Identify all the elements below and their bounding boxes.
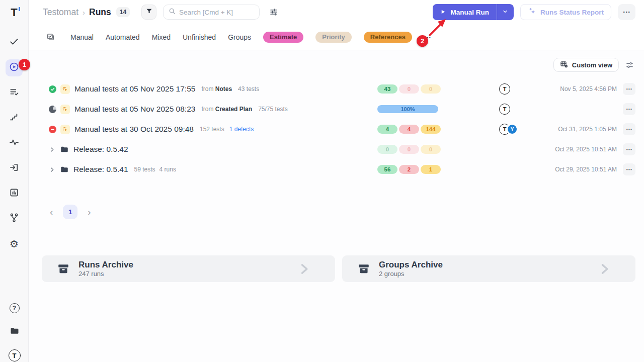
view-settings-icon[interactable] [625, 61, 634, 69]
select-runs-icon[interactable] [46, 33, 55, 41]
row-more-button[interactable]: ⋯ [623, 103, 635, 115]
passed-pill: 56 [377, 165, 397, 174]
run-date: Oct 29, 2025 10:51 AM [555, 166, 617, 173]
archive-text: Groups Archive 2 groups [379, 260, 443, 278]
manual-run-label: Manual Run [450, 9, 489, 16]
page-1-button[interactable]: 1 [63, 205, 77, 219]
status-stopped-icon [49, 126, 56, 133]
next-page-button[interactable]: › [86, 207, 93, 217]
run-title[interactable]: Manual tests at 05 Nov 2025 17:55 [74, 84, 195, 94]
group-row-2[interactable]: Release: 0.5.41 59 tests 4 runs 56 2 1 O… [29, 159, 644, 179]
sparkles-icon [528, 7, 536, 17]
tab-groups[interactable]: Groups [228, 33, 251, 41]
page-more-button[interactable]: ⋯ [618, 4, 635, 20]
archive-subtitle: 247 runs [78, 270, 133, 278]
chevron-right-icon [597, 262, 611, 276]
manual-run-type-icon [60, 105, 70, 114]
status-passed-icon [49, 85, 56, 93]
sidebar-item-pulse[interactable] [6, 135, 23, 152]
search-icon [169, 8, 176, 17]
prev-page-button[interactable]: ‹ [48, 207, 55, 217]
folder-icon [60, 145, 69, 154]
table-settings-icon [560, 60, 568, 70]
runs-archive-card[interactable]: Runs Archive 247 runs [42, 255, 335, 282]
sidebar-item-analytics[interactable] [6, 185, 23, 202]
tab-manual[interactable]: Manual [70, 33, 94, 41]
branch-icon [9, 213, 19, 225]
runs-status-report-button[interactable]: Runs Status Report [520, 4, 611, 20]
badge-estimate[interactable]: Estimate [263, 32, 303, 43]
annotation-badge-2: 2 [417, 35, 428, 47]
group-title[interactable]: Release: 0.5.41 [73, 165, 128, 174]
manual-run-dropdown[interactable] [497, 4, 514, 20]
account-button[interactable]: T [6, 347, 23, 362]
tab-unfinished[interactable]: Unfinished [183, 33, 216, 41]
row-more-button[interactable]: ⋯ [623, 143, 635, 155]
run-row-2[interactable]: Manual tests at 05 Nov 2025 08:23 from C… [29, 99, 644, 119]
skipped-pill: 0 [421, 84, 441, 94]
row-more-button[interactable]: ⋯ [623, 163, 635, 175]
run-row-1[interactable]: Manual tests at 05 Nov 2025 17:55 from N… [29, 79, 644, 99]
skipped-pill: 144 [421, 125, 441, 134]
group-row-1[interactable]: Release: 0.5.42 0 0 0 Oct 29, 2025 10:51… [29, 139, 644, 159]
run-source: from Created Plan [201, 106, 252, 113]
run-title[interactable]: Manual tests at 30 Oct 2025 09:48 [74, 125, 194, 134]
play-circle-icon [9, 62, 19, 74]
run-title[interactable]: Manual tests at 05 Nov 2025 08:23 [74, 105, 195, 114]
group-runs-count: 4 runs [159, 166, 176, 173]
sidebar-item-tests[interactable] [6, 34, 23, 51]
app-window: T [0, 0, 644, 362]
tab-mixed[interactable]: Mixed [152, 33, 171, 41]
failed-pill: 4 [399, 125, 419, 134]
sidebar-item-import[interactable] [6, 160, 23, 177]
pagination: ‹ 1 › [29, 205, 644, 219]
projects-button[interactable] [6, 323, 23, 340]
custom-view-button[interactable]: Custom view [553, 58, 619, 72]
run-avatars: T [499, 104, 510, 115]
help-button[interactable]: ? [6, 300, 23, 317]
group-title[interactable]: Release: 0.5.42 [73, 145, 128, 154]
sidebar-item-branches[interactable] [6, 210, 23, 227]
run-progress-bar: 100% [377, 105, 438, 113]
group-tests-count: 59 tests [134, 166, 155, 173]
check-icon [9, 37, 19, 49]
defects-link[interactable]: 1 defects [229, 126, 254, 133]
row-more-button[interactable]: ⋯ [623, 123, 635, 135]
sidebar-item-steps[interactable] [6, 110, 23, 127]
chevron-right-icon [297, 262, 311, 276]
topbar: Testomat › Runs 14 Manual Run [29, 0, 644, 24]
run-avatars: T Y [499, 124, 518, 135]
run-date: Nov 5, 2025 4:56 PM [560, 85, 617, 93]
badge-priority[interactable]: Priority [315, 32, 352, 43]
sidebar-item-settings[interactable]: ⚙ [6, 235, 23, 252]
testomat-logo[interactable]: T [11, 5, 17, 20]
run-avatars: T [499, 83, 510, 95]
chevron-down-icon [502, 8, 508, 17]
run-tests-count: 152 tests [200, 126, 224, 133]
sidebar-item-plans[interactable] [6, 84, 23, 102]
tab-automated[interactable]: Automated [106, 33, 140, 41]
badge-references[interactable]: References [364, 32, 412, 43]
groups-archive-card[interactable]: Groups Archive 2 groups [342, 255, 635, 282]
filter-button[interactable] [141, 5, 156, 20]
archive-title: Groups Archive [379, 260, 443, 270]
sidebar-bottom: ? T [0, 300, 29, 362]
funnel-icon [145, 8, 153, 17]
expand-chevron-icon[interactable] [49, 166, 55, 173]
manual-run-type-icon [60, 125, 70, 134]
avatar: T [499, 104, 510, 115]
archive-subtitle: 2 groups [379, 270, 443, 278]
help-icon: ? [10, 303, 20, 313]
search-settings-icon[interactable] [269, 8, 278, 17]
search-input[interactable] [179, 9, 254, 16]
row-more-button[interactable]: ⋯ [623, 83, 635, 95]
breadcrumb-project[interactable]: Testomat [43, 7, 78, 18]
run-row-3[interactable]: Manual tests at 30 Oct 2025 09:48 152 te… [29, 119, 644, 139]
skipped-pill: 1 [421, 165, 441, 174]
skipped-pill: 0 [421, 145, 441, 154]
list-check-icon [9, 87, 19, 99]
passed-pill: 4 [377, 125, 397, 134]
account-avatar: T [9, 349, 21, 361]
expand-chevron-icon[interactable] [49, 146, 55, 153]
run-stats: 4 4 144 [377, 125, 441, 134]
